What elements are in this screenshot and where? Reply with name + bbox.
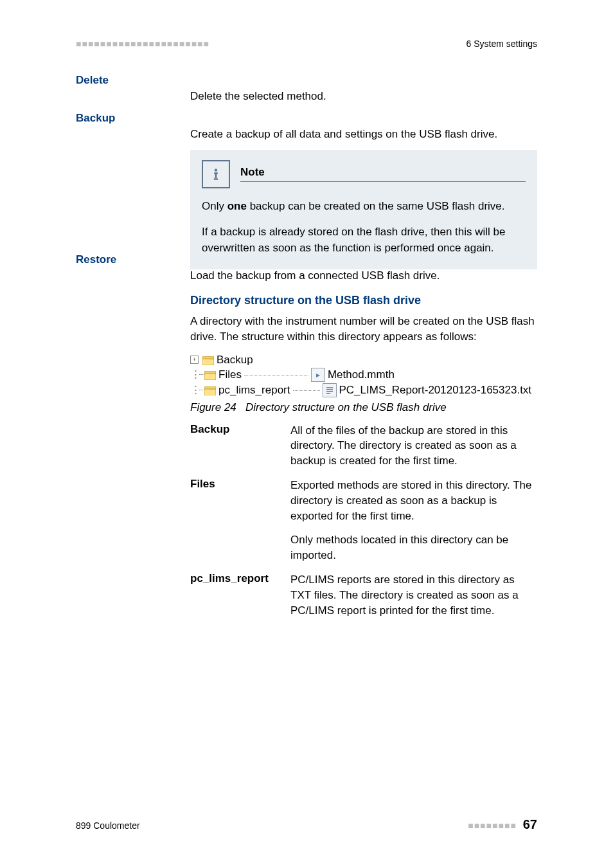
tree-pc-lims: pc_lims_report <box>218 384 290 397</box>
file-icon: ▸ <box>311 368 325 382</box>
tree-report-file: PC_LIMS_Report-20120123-165323.txt <box>339 384 532 397</box>
note-line-1-pre: Only <box>202 200 227 212</box>
restore-label: Restore <box>76 253 116 266</box>
svg-point-0 <box>215 168 217 171</box>
def-backup: Backup All of the files of the backup ar… <box>190 423 537 469</box>
delete-label: Delete <box>76 74 109 86</box>
info-icon <box>202 160 230 188</box>
folder-icon <box>204 370 216 379</box>
folder-icon <box>204 386 216 395</box>
text-file-icon <box>323 383 337 397</box>
note-line-1-bold: one <box>227 200 247 212</box>
note-title: Note <box>240 166 526 181</box>
header-dashes: ■■■■■■■■■■■■■■■■■■■■■■ <box>76 39 209 49</box>
tree-files: Files <box>218 368 242 381</box>
figure-caption: Figure 24 Directory structure on the USB… <box>190 401 537 414</box>
def-files-body-1: Exported methods are stored in this dire… <box>290 478 537 523</box>
def-backup-body: All of the files of the backup are store… <box>290 423 537 469</box>
def-backup-term: Backup <box>190 423 290 436</box>
svg-rect-2 <box>215 174 217 178</box>
header-section: 6 System settings <box>466 39 538 49</box>
svg-rect-1 <box>214 172 218 174</box>
page-footer: 899 Coulometer ■■■■■■■■ 67 <box>76 817 537 832</box>
backup-text: Create a backup of all data and settings… <box>190 127 537 142</box>
dir-tree-figure: + Backup ⋮ Files ▸ Method.mmth ⋮ <box>190 354 537 397</box>
tree-backup: Backup <box>217 354 253 366</box>
page-number: 67 <box>523 817 537 831</box>
figure-caption-text: Directory structure on the USB flash dri… <box>245 401 447 413</box>
note-line-1: Only one backup can be created on the sa… <box>202 199 526 215</box>
footer-product: 899 Coulometer <box>76 820 140 831</box>
note-line-2: If a backup is already stored on the fla… <box>202 224 526 256</box>
footer-dashes: ■■■■■■■■ <box>468 820 517 831</box>
restore-text: Load the backup from a connected USB fla… <box>190 269 440 282</box>
def-pclims-term: pc_lims_report <box>190 572 290 585</box>
svg-rect-3 <box>214 178 218 179</box>
note-box: Note Only one backup can be created on t… <box>190 150 537 269</box>
delete-text: Delete the selected method. <box>190 90 326 102</box>
def-files-body-2: Only methods located in this directory c… <box>290 532 537 563</box>
backup-label: Backup <box>76 112 115 124</box>
page-header: ■■■■■■■■■■■■■■■■■■■■■■ 6 System settings <box>76 39 537 49</box>
folder-icon <box>202 356 214 365</box>
tree-expand-icon: + <box>190 356 199 364</box>
note-divider <box>240 181 526 182</box>
def-pclims: pc_lims_report PC/LIMS reports are store… <box>190 572 537 618</box>
dir-intro: A directory with the instrument number w… <box>190 314 537 345</box>
note-line-1-post: backup can be created on the same USB fl… <box>247 200 505 212</box>
def-files-term: Files <box>190 478 290 491</box>
dir-heading: Directory structure on the USB flash dri… <box>190 294 537 307</box>
def-pclims-body: PC/LIMS reports are stored in this direc… <box>290 572 537 618</box>
def-files: Files Exported methods are stored in thi… <box>190 478 537 563</box>
tree-method-file: Method.mmth <box>328 368 395 381</box>
figure-label: Figure 24 <box>190 401 236 413</box>
